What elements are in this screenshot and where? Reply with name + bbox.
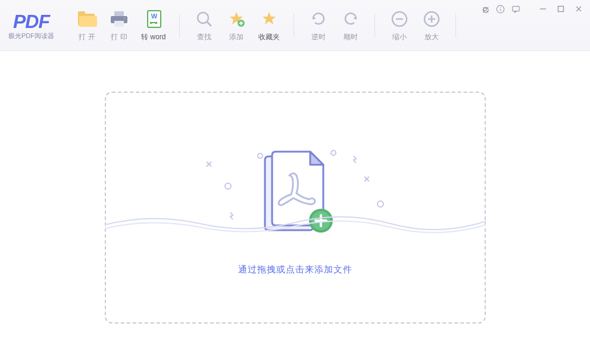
minimize-icon[interactable] [536,4,550,14]
zoom-out-button[interactable]: 缩小 [383,5,416,46]
app-logo: PDF 极光PDF阅读器 [8,11,54,40]
app-name: 极光PDF阅读器 [8,32,54,40]
close-icon[interactable] [572,4,585,14]
toolbar-group-zoom: 缩小 放大 [375,5,456,46]
svg-rect-1 [78,11,85,16]
svg-rect-2 [79,16,97,27]
toolbar: PDF 极光PDF阅读器 打 开 打 印 W 转 word [0,0,590,51]
toword-label: 转 word [141,32,166,42]
svg-point-26 [377,201,383,207]
find-label: 查找 [197,32,211,42]
maximize-icon[interactable] [554,4,567,14]
toolbar-group-find: 查找 添加 收藏夹 [180,5,294,46]
rotate-ccw-icon [308,9,329,29]
logo-text: PDF [13,11,49,33]
zoomin-label: 放大 [424,32,439,42]
file-dropzone[interactable]: 通过拖拽或点击来添加文件 [105,92,486,324]
printer-icon [109,9,129,29]
print-label: 打 印 [111,32,127,42]
add-label: 添加 [229,32,244,42]
svg-rect-22 [558,7,564,12]
zoom-in-button[interactable]: 放大 [416,5,448,46]
ccw-label: 逆时 [311,32,326,42]
open-button[interactable]: 打 开 [71,5,103,46]
feedback-icon[interactable] [510,4,521,14]
dropzone-illustration [200,140,391,247]
svg-point-23 [225,183,231,189]
svg-rect-5 [114,21,124,27]
rotate-cw-icon [341,9,361,29]
svg-point-25 [331,150,336,155]
zoomout-label: 缩小 [392,32,407,42]
convert-word-button[interactable]: W 转 word [135,5,171,46]
find-button[interactable]: 查找 [188,5,220,46]
star-add-icon [226,9,246,29]
window-controls [479,4,585,14]
svg-point-6 [124,17,126,19]
favorites-button[interactable]: 收藏夹 [252,5,286,46]
search-icon [194,9,214,29]
add-favorite-button[interactable]: 添加 [220,5,252,46]
rotate-cw-button[interactable]: 顺时 [335,5,367,46]
svg-line-10 [207,22,211,26]
content-area: 通过拖拽或点击来添加文件 [0,51,590,364]
plus-icon [422,9,442,29]
folder-icon [77,9,97,29]
word-icon: W [143,9,164,29]
info-icon[interactable] [495,4,505,14]
svg-rect-3 [114,11,124,16]
minus-icon [389,9,410,29]
fav-label: 收藏夹 [258,32,280,42]
open-label: 打 开 [79,32,95,42]
svg-text:W: W [151,12,157,20]
dropzone-text: 通过拖拽或点击来添加文件 [238,264,352,275]
print-button[interactable]: 打 印 [103,5,135,46]
svg-rect-20 [512,6,519,11]
wave-decoration [105,207,486,237]
svg-point-19 [500,7,501,8]
svg-point-24 [258,153,263,158]
gear-icon[interactable] [479,4,490,14]
rotate-ccw-button[interactable]: 逆时 [302,5,335,46]
toolbar-group-file: 打 开 打 印 W 转 word [63,5,180,46]
cw-label: 顺时 [344,32,358,42]
toolbar-group-rotate: 逆时 顺时 [294,5,375,46]
star-icon [259,9,279,29]
